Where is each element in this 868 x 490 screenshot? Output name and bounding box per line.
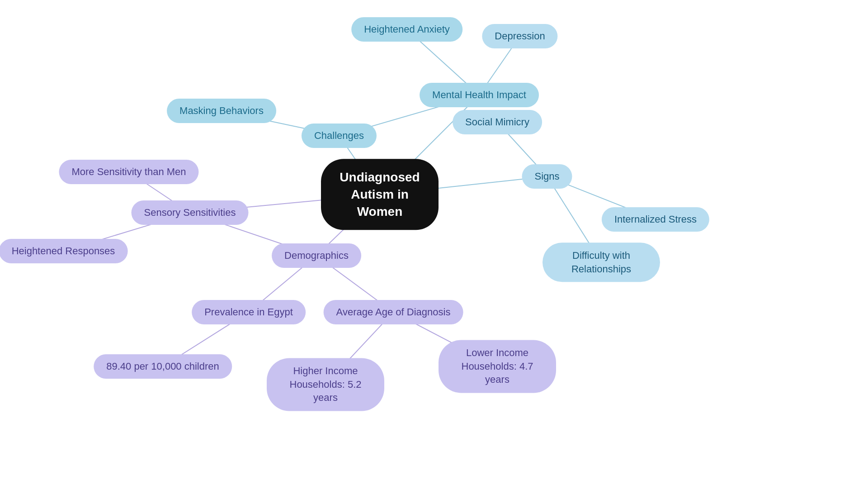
node-avg_age_diagnosis: Average Age of Diagnosis [324,300,463,324]
node-more_sensitivity: More Sensitivity than Men [59,160,198,184]
node-challenges: Challenges [302,124,377,148]
node-prevalence_egypt: Prevalence in Egypt [192,300,306,324]
node-mental_health_impact: Mental Health Impact [420,83,539,107]
node-center: Undiagnosed Autism in Women [321,159,439,230]
node-depression: Depression [482,24,557,48]
connections-svg [0,0,868,490]
mind-map: Undiagnosed Autism in WomenMental Health… [0,0,868,490]
node-masking_behaviors: Masking Behaviors [167,99,276,123]
node-lower_income: Lower Income Households: 4.7 years [439,340,556,393]
node-egypt_stat: 89.40 per 10,000 children [94,354,232,379]
node-difficulty_relationships: Difficulty with Relationships [542,243,660,282]
node-sensory_sensitivities: Sensory Sensitivities [132,200,249,225]
node-higher_income: Higher Income Households: 5.2 years [267,358,384,411]
node-internalized_stress: Internalized Stress [602,207,709,232]
node-heightened_responses: Heightened Responses [0,239,127,263]
node-signs: Signs [522,164,572,189]
node-demographics: Demographics [272,243,361,268]
node-social_mimicry: Social Mimicry [453,110,542,134]
node-heightened_anxiety: Heightened Anxiety [351,17,462,42]
